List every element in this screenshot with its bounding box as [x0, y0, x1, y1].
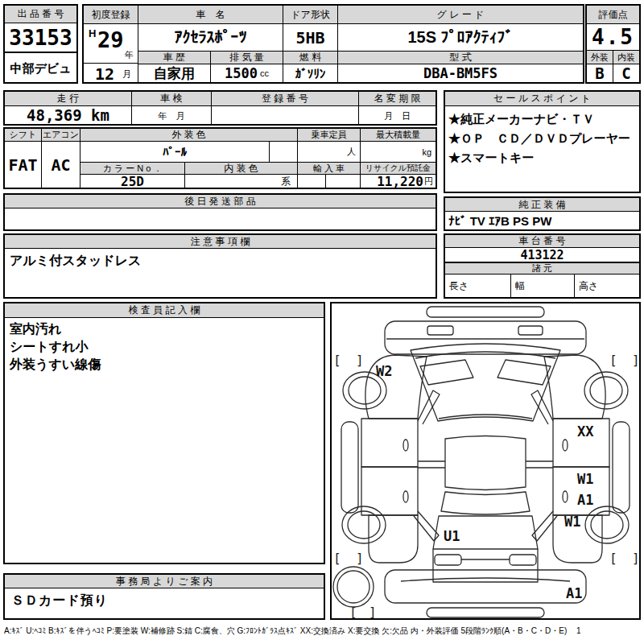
- auction-sheet: 出 品 番 号 33153 中部デビュ 初度登録 H 29 年 12 月 車 名…: [0, 0, 644, 644]
- spec-length-label: 長さ: [445, 275, 511, 297]
- specs-label: 諸 元: [445, 263, 639, 275]
- registration-year: 29: [97, 27, 124, 52]
- exterior-grade-label: 外装: [587, 51, 613, 64]
- recycle-deposit-number: 11,220: [377, 175, 423, 188]
- lot-number: 33153: [5, 24, 76, 53]
- bracket-mark: ]: [632, 551, 639, 566]
- later-parts-box: 後 日 発 送 部 品: [3, 193, 437, 231]
- equipment-box: 純 正 装 備 ﾅﾋﾞ TV ｴｱB PS PW: [444, 196, 641, 231]
- spec-width-label: 幅: [511, 275, 575, 297]
- rating-label: 評価点: [587, 6, 639, 24]
- rating-score: 4.5: [587, 24, 639, 51]
- caution-value: アルミ付スタッドレス: [10, 253, 141, 270]
- recycle-deposit-value: 11,220 円: [361, 175, 436, 188]
- import-label: 輸 入 車: [298, 163, 361, 175]
- legend-row: A:ｷｽﾞ U:ﾍｺﾐ B:ｷｽﾞを伴うﾍｺﾐ P:要塗装 W:補修跡 S:錆 …: [4, 625, 642, 637]
- damage-label-w1-front: W1: [577, 471, 593, 487]
- inspector-line-1: 室内汚れ: [10, 320, 61, 338]
- bracket-mark: [: [333, 353, 341, 368]
- rating-box: 評価点 4.5 外装 内装 B C: [585, 4, 641, 84]
- office-box: 事 務 局 よ り ご 案 内 ＳＤカード預り: [3, 573, 325, 620]
- fuel-value: ｶﾞｿﾘﾝ: [283, 64, 338, 82]
- inspection-label: 車 検: [132, 92, 212, 106]
- lot-box: 出 品 番 号 33153 中部デビュ: [3, 4, 78, 84]
- door-shape-value: 5HB: [283, 24, 338, 51]
- name-change-value: 月 日: [359, 106, 436, 124]
- color-table: シフト エアコン 外 装 色 乗車定員 最大積載量 FAT AC ﾊﾟｰﾙ 人 …: [3, 127, 437, 189]
- interior-color-label: 内 装 色: [185, 163, 298, 175]
- office-label: 事 務 局 よ り ご 案 内: [5, 575, 324, 588]
- model-code-value: DBA-BM5FS: [338, 64, 583, 82]
- caution-box: 注 意 事 項 欄 アルミ付スタッドレス: [3, 233, 437, 299]
- first-registration-label: 初度登録: [84, 6, 138, 24]
- import-cell-1: [298, 175, 326, 188]
- recycle-deposit-unit: 円: [424, 175, 433, 188]
- bracket-mark: ]: [356, 551, 364, 566]
- mileage-value: 48,369 km: [5, 106, 132, 124]
- displacement-value: 1500 cc: [211, 64, 283, 82]
- exterior-color-extra-cell: [270, 142, 298, 163]
- shift-value: FAT: [5, 142, 42, 188]
- grade-value: 15S ﾌﾟﾛｱｸﾃｨﾌﾞ: [338, 24, 583, 51]
- chassis-label: 車 台 番 号: [445, 235, 639, 248]
- equipment-value: ﾅﾋﾞ TV ｴｱB PS PW: [445, 212, 639, 229]
- spec-height-label: 高さ: [575, 275, 639, 297]
- max-load-value: kg: [361, 142, 436, 163]
- color-no-label: カ ラ ー N o ．: [80, 163, 185, 175]
- import-cell-2: [326, 175, 361, 188]
- chassis-box: 車 台 番 号 413122 諸 元 長さ 幅 高さ: [444, 233, 641, 299]
- shift-label: シフト: [5, 129, 42, 142]
- capacity-value: 人: [298, 142, 361, 163]
- bracket-mark: ]: [356, 353, 364, 368]
- exterior-grade-value: B: [587, 64, 613, 82]
- equipment-label: 純 正 装 備: [445, 198, 639, 212]
- fuel-label: 燃 料: [283, 51, 338, 64]
- first-registration-year-cell: H 29 年: [84, 24, 138, 63]
- door-shape-label: ドア形状: [283, 6, 338, 24]
- bracket-mark: ]: [632, 353, 639, 368]
- interior-grade-label: 内装: [613, 51, 639, 64]
- recycle-deposit-label: リサイクル預託金: [361, 163, 436, 175]
- page-number: 1: [576, 626, 581, 635]
- displacement-number: 1500: [225, 65, 258, 81]
- inspector-label: 検 査 員 記 入 欄: [5, 303, 324, 318]
- lot-venue: 中部デビュ: [5, 55, 76, 82]
- vehicle-header-table: 初度登録 H 29 年 12 月 車 名 ドア形状 グ レ ー ド ｱｸｾﾗｽﾎ…: [82, 4, 584, 84]
- model-code-label: 型 式: [338, 51, 583, 64]
- car-diagram: W2 XX W1 A1 W1 U1 A1 [ ] [ ] [ ] [ ] [ ]: [332, 303, 639, 618]
- sales-points-label: セ ー ル ス ポ イ ン ト: [445, 92, 639, 106]
- bracket-mark: [: [609, 353, 617, 368]
- damage-label-u1: U1: [444, 528, 460, 544]
- interior-grade-value: C: [613, 64, 639, 82]
- grade-label: グ レ ー ド: [338, 6, 583, 24]
- first-registration-month-cell: 12 月: [84, 63, 138, 82]
- exterior-color-label: 外 装 色: [80, 129, 298, 142]
- interior-color-value: 系: [185, 175, 298, 188]
- mileage-label: 走 行: [5, 92, 132, 106]
- lot-label: 出 品 番 号: [5, 6, 76, 23]
- inspection-value: 年 月: [132, 106, 212, 124]
- damage-label-a1-door: A1: [577, 492, 593, 508]
- bracket-mark: [: [349, 605, 357, 618]
- inspector-box: 検 査 員 記 入 欄 室内汚れ シートすれ小 外装うすい線傷: [3, 302, 325, 564]
- era-letter: H: [89, 27, 96, 39]
- registration-no-label: 登 録 番 号: [212, 92, 359, 106]
- damage-label-w1-rear: W1: [564, 514, 580, 530]
- exterior-color-value: ﾊﾟｰﾙ: [80, 142, 270, 163]
- inspector-line-3: 外装うすい線傷: [10, 356, 101, 374]
- later-parts-label: 後 日 発 送 部 品: [5, 195, 436, 208]
- color-no-value: 25D: [80, 175, 185, 188]
- bracket-mark: ]: [369, 605, 377, 618]
- sales-points-box: セ ー ル ス ポ イ ン ト ★純正メーカーナビ・ＴＶ ★ＯＰ ＣＤ／ＤＶＤプ…: [444, 90, 641, 193]
- registration-no-value: [212, 106, 359, 124]
- chassis-value: 413122: [445, 248, 639, 263]
- legend-text: A:ｷｽﾞ U:ﾍｺﾐ B:ｷｽﾞを伴うﾍｺﾐ P:要塗装 W:補修跡 S:錆 …: [4, 626, 567, 635]
- damage-diagram-box: W2 XX W1 A1 W1 U1 A1 [ ] [ ] [ ] [ ] [ ]: [330, 302, 641, 620]
- bracket-mark: [: [609, 551, 617, 566]
- mileage-table: 走 行 車 検 登 録 番 号 名 変 期 限 48,369 km 年 月 月 …: [3, 90, 437, 126]
- office-value: ＳＤカード預り: [11, 592, 108, 609]
- registration-month: 12: [95, 64, 114, 84]
- name-change-label: 名 変 期 限: [359, 92, 436, 106]
- damage-label-w2: W2: [376, 363, 392, 379]
- year-suffix: 年: [125, 49, 134, 61]
